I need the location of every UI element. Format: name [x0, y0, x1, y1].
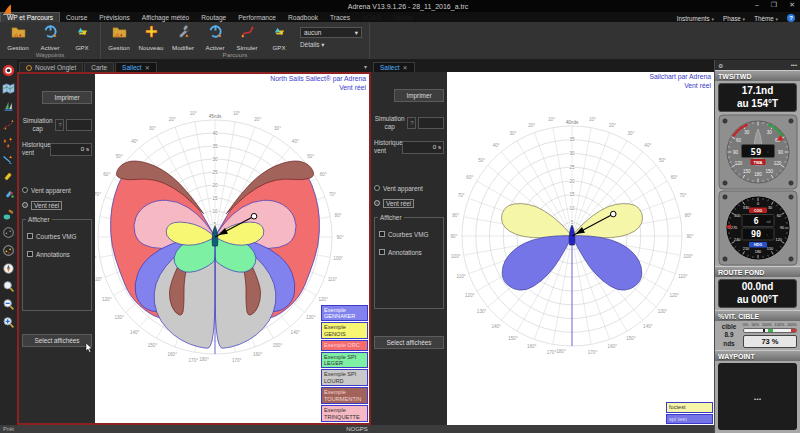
menu-tab-routage[interactable]: Routage: [195, 13, 232, 22]
legend-item-exemple-gennaker[interactable]: Exemple GENNAKER: [321, 305, 368, 322]
panel-right-sidebar: Imprimer Simulation cap ? Historique ven…: [371, 72, 447, 425]
zoom-in-icon[interactable]: [2, 315, 15, 328]
ribbon-parcours-gestion-button[interactable]: Gestion: [104, 24, 134, 51]
brush-icon[interactable]: [2, 207, 15, 220]
simulation-cap-input[interactable]: [418, 117, 444, 129]
historique-vent-input[interactable]: 0 s: [50, 143, 92, 156]
svg-text:10°: 10°: [190, 111, 197, 116]
menu-tab-replay[interactable]: Replay: [387, 13, 420, 22]
panel-right-body: Imprimer Simulation cap ? Historique ven…: [371, 72, 714, 425]
ribbon-waypoints-gestion-button[interactable]: Gestion: [3, 24, 33, 51]
radio-vent-reel[interactable]: Vent réel: [374, 199, 444, 208]
ribbon-parcours-gpx-button[interactable]: GPX: [264, 24, 294, 51]
lifebuoy-icon[interactable]: [2, 63, 15, 76]
tab-nouvel-onglet[interactable]: Nouvel Onglet: [19, 62, 83, 72]
ribbon-waypoints-activer-button[interactable]: Activer: [35, 24, 65, 51]
polar-chart-right-area[interactable]: 510152025303540nds10°10°20°20°30°30°40°4…: [447, 72, 714, 425]
tab-carte[interactable]: Carte: [84, 62, 114, 72]
minimize-button[interactable]: –: [755, 1, 759, 9]
menu-phase-dropdown[interactable]: Phase ▾: [723, 15, 745, 22]
ribbon-parcours-activer-button[interactable]: Activer: [200, 24, 230, 51]
checkbox-courbes-vmg[interactable]: Courbes VMG: [27, 233, 87, 240]
legend-item-exemple-spi-leger[interactable]: Exemple SPI LEGER: [321, 352, 368, 369]
simulation-help-button[interactable]: ?: [407, 117, 416, 129]
ribbon-parcours-modifier-button[interactable]: Modifier: [168, 24, 198, 51]
circle-dots-icon[interactable]: [2, 243, 15, 256]
tab-close-icon[interactable]: ✕: [145, 64, 150, 71]
tab-close-icon[interactable]: ✕: [403, 64, 408, 71]
checkbox-annotations[interactable]: Annotations: [379, 249, 439, 256]
svg-text:40nds: 40nds: [566, 120, 579, 125]
legend-item-foctest[interactable]: foctest: [666, 402, 713, 412]
menu-tab-roadbook[interactable]: Roadbook: [282, 13, 324, 22]
parcours-select-dropdown[interactable]: aucun▾: [300, 27, 362, 38]
twa-dial[interactable]: 30306060909012012015015018059°TWA: [718, 114, 798, 190]
historique-vent-input[interactable]: 0 s: [402, 141, 444, 154]
print-button[interactable]: Imprimer: [394, 89, 444, 102]
compass-dial[interactable]: 0306090120150180210240270300330COG6nd90°…: [718, 190, 798, 266]
radio-vent-apparent[interactable]: Vent apparent: [22, 187, 92, 194]
menu-tab-course[interactable]: Course: [60, 13, 93, 22]
polar-chart-left-area[interactable]: 51015202530354045nds10°10°20°20°30°30°40…: [95, 74, 369, 423]
select-affichees-button[interactable]: Select affichées: [374, 336, 444, 349]
panel-left-tabs: Nouvel OngletCarteSailect✕▾: [17, 60, 371, 72]
legend-item-exemple-tourmentin[interactable]: Exemple TOURMENTIN: [321, 387, 368, 404]
magnifier-icon[interactable]: [2, 279, 15, 292]
maximize-button[interactable]: ❐: [771, 1, 777, 9]
close-button[interactable]: ✕: [789, 1, 795, 9]
zoom-out-icon[interactable]: [2, 297, 15, 310]
pencil-icon[interactable]: [2, 171, 15, 184]
help-button[interactable]: ?: [787, 14, 795, 22]
svg-text:35: 35: [212, 144, 218, 149]
pencil-colors-icon[interactable]: [2, 189, 15, 202]
radio-vent-reel[interactable]: Vent réel: [22, 201, 92, 210]
menu-tab-pr-visions[interactable]: Prévisions: [93, 13, 135, 22]
polar-chart-right: 510152025303540nds10°10°20°20°30°30°40°4…: [447, 72, 714, 421]
details-dropdown[interactable]: Détails ▾: [300, 41, 362, 49]
gauge-marker: [763, 328, 765, 333]
compass-icon[interactable]: [2, 261, 15, 274]
gear-icon[interactable]: ⚙: [718, 62, 723, 69]
tab-sailect[interactable]: Sailect✕: [115, 62, 157, 72]
circle-dim-icon[interactable]: [2, 225, 15, 238]
legend-item-exemple-orc[interactable]: Exemple ORC: [321, 340, 368, 350]
tab-overflow-button[interactable]: ▾: [360, 63, 371, 72]
ribbon-parcours-nouveau-button[interactable]: Nouveau: [136, 24, 166, 51]
svg-text:210: 210: [742, 247, 748, 251]
sails-icon[interactable]: [2, 99, 15, 112]
map-icon[interactable]: [2, 81, 15, 94]
svg-text:160°: 160°: [253, 352, 263, 357]
ribbon-waypoints-gpx-button[interactable]: GPX: [67, 24, 97, 51]
svg-text:80°: 80°: [685, 213, 692, 218]
checkbox: [379, 249, 385, 255]
radio-vent-apparent[interactable]: Vent apparent: [374, 185, 444, 192]
legend-item-exemple-genois[interactable]: Exemple GENOIS: [321, 322, 368, 339]
menu-tab-affichage-m-t-o[interactable]: Affichage météo: [136, 13, 196, 22]
svg-text:70°: 70°: [95, 192, 101, 197]
menu-th-me-dropdown[interactable]: Thème ▾: [754, 15, 778, 22]
menu-instruments-dropdown[interactable]: Instruments ▾: [677, 15, 714, 22]
route-icon[interactable]: [2, 117, 15, 130]
svg-text:50°: 50°: [116, 154, 123, 159]
menu-tab-noaa[interactable]: NOAA: [356, 13, 387, 22]
svg-text:150°: 150°: [148, 343, 158, 348]
svg-text:30°: 30°: [628, 131, 635, 136]
waypoint-arrow-icon[interactable]: [2, 153, 15, 166]
simulation-cap-input[interactable]: [66, 119, 92, 131]
dots-icon[interactable]: •••: [791, 62, 797, 68]
legend-item-spi-test[interactable]: spi test: [666, 414, 713, 424]
print-button[interactable]: Imprimer: [42, 91, 92, 104]
select-affichees-button[interactable]: Select affichées: [22, 334, 92, 347]
simulation-help-button[interactable]: ?: [55, 119, 64, 131]
checkbox-annotations[interactable]: Annotations: [27, 251, 87, 258]
checkbox-courbes-vmg[interactable]: Courbes VMG: [379, 231, 439, 238]
waypoints-icon[interactable]: [2, 135, 15, 148]
menu-tab-performance[interactable]: Performance: [232, 13, 282, 22]
legend-item-exemple-spi-lourd[interactable]: Exemple SPI LOURD: [321, 369, 368, 386]
tws-twd-header: TWS/TWD: [715, 70, 800, 81]
svg-text:130°: 130°: [477, 309, 487, 314]
legend-item-exemple-trinquette[interactable]: Exemple TRINQUETTE: [321, 405, 368, 422]
menu-tab-traces[interactable]: Traces: [324, 13, 356, 22]
tab-sailect[interactable]: Sailect✕: [373, 62, 415, 72]
ribbon-parcours-simuler-button[interactable]: Simuler: [232, 24, 262, 51]
